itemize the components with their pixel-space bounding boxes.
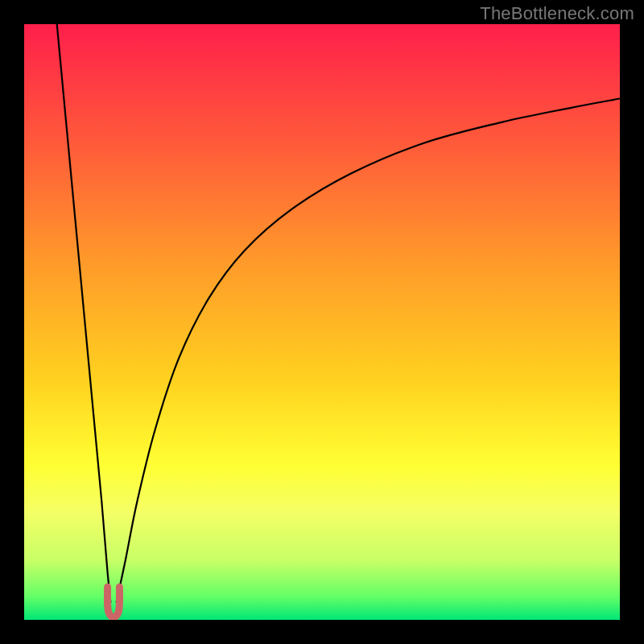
plot-area (24, 24, 620, 620)
curve-layer (24, 24, 620, 620)
curve-left-branch (57, 24, 111, 602)
chart-frame: TheBottleneck.com (0, 0, 644, 644)
watermark-text: TheBottleneck.com (480, 3, 634, 24)
curve-right-branch (117, 99, 620, 602)
minimum-notch (107, 587, 119, 617)
